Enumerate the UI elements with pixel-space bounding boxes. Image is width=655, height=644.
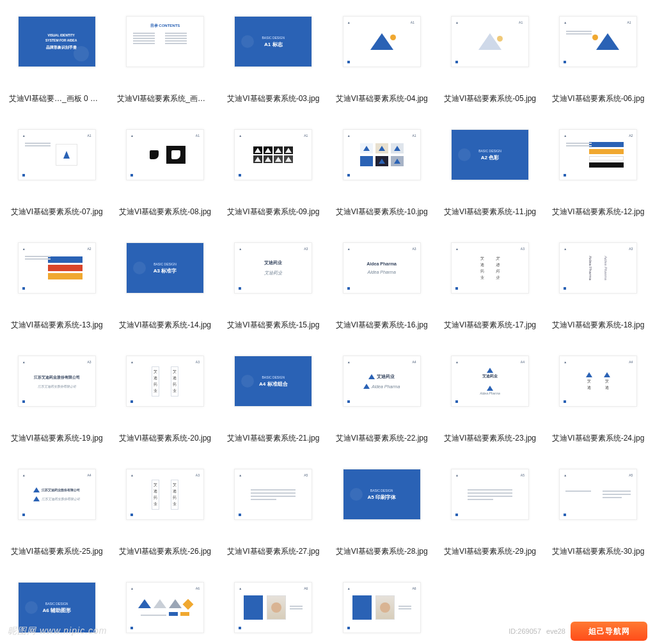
thumbnail-preview[interactable]: ▲A1 <box>338 122 425 187</box>
thumbnail-item[interactable]: ▲A6 艾迪VI基础要素系统-32.jpg <box>114 575 215 644</box>
thumbnail-preview[interactable]: ▲A5 <box>446 462 533 527</box>
thumbnail-filename: 艾迪VI基础要素系统-28.jpg <box>336 546 428 557</box>
thumbnail-item[interactable]: ▲A1 艾迪VI基础要素系统-07.jpg <box>6 122 107 217</box>
thumbnail-filename: 艾迪VI基础要素系统-06.jpg <box>552 93 644 104</box>
thumbnail-filename: 艾迪VI基础要素系统-27.jpg <box>227 546 319 557</box>
thumbnail-preview[interactable]: 目录 CONTENTS <box>122 9 209 74</box>
thumbnail-filename: 艾迪VI基础要素系统-07.jpg <box>11 207 103 217</box>
thumbnail-grid: VISUAL IDENTITY SYSTEM FOR AIDEA 品牌形象识别手… <box>0 0 655 644</box>
thumbnail-item[interactable]: ▲A5 艾迪VI基础要素系统-30.jpg <box>548 462 649 557</box>
thumbnail-filename: 艾迪VI基础要素系统-22.jpg <box>336 433 428 444</box>
thumbnail-filename: 艾迪VI基础要素系统-29.jpg <box>444 546 536 557</box>
thumbnail-item[interactable]: BASIC DESIGN A4 标准组合 艾迪VI基础要素系统-21.jpg <box>223 349 324 444</box>
thumbnail-preview[interactable]: BASIC DESIGN A2 色彩 <box>446 122 533 187</box>
thumbnail-item[interactable]: BASIC DESIGN A2 色彩 艾迪VI基础要素系统-11.jpg <box>439 122 540 217</box>
thumbnail-preview[interactable]: BASIC DESIGN A5 印刷字体 <box>338 462 425 527</box>
thumbnail-filename: 艾迪VI基础要素系统-20.jpg <box>119 433 211 444</box>
thumbnail-preview[interactable]: ▲A5 <box>230 462 317 527</box>
thumbnail-preview[interactable]: BASIC DESIGN A1 标志 <box>230 9 317 74</box>
thumbnail-preview[interactable]: ▲A4 江苏艾迪药业股份有限公司 江苏艾迪药业股份有限公司 <box>13 462 100 527</box>
thumbnail-item[interactable]: ▲A1 艾迪VI基础要素系统-05.jpg <box>439 9 540 104</box>
thumbnail-filename: 艾迪VI基础要素系统-30.jpg <box>552 546 644 557</box>
thumbnail-preview[interactable]: ▲A4 艾迪药业 Aidea Pharma <box>446 349 533 414</box>
thumbnail-preview[interactable]: ▲A6 <box>338 575 425 640</box>
thumbnail-preview[interactable]: ▲A3 艾迪药业 艾迪药业 <box>122 349 209 414</box>
thumbnail-preview[interactable]: ▲A1 <box>230 122 317 187</box>
thumbnail-filename: 艾迪VI基础要素系统-12.jpg <box>552 207 644 217</box>
thumbnail-preview[interactable]: ▲A3 艾迪药业艾迪药业 <box>230 235 317 301</box>
thumbnail-preview[interactable]: VISUAL IDENTITY SYSTEM FOR AIDEA 品牌形象识别手… <box>13 9 100 74</box>
thumbnail-item[interactable]: ▲A1 艾迪VI基础要素系统-09.jpg <box>223 122 324 217</box>
thumbnail-preview[interactable]: ▲A3 Aidea PharmaAidea Pharma <box>338 235 425 301</box>
thumbnail-filename: 艾迪VI基础要素系统-17.jpg <box>444 320 536 331</box>
thumbnail-preview[interactable]: ▲A2 <box>13 235 100 301</box>
thumbnail-preview[interactable]: BASIC DESIGN A6 辅助图形 <box>13 575 100 640</box>
thumbnail-filename: 艾迪VI基础要素系统-03.jpg <box>227 93 319 104</box>
thumbnail-filename: 艾迪VI基础要素系统-10.jpg <box>336 207 428 217</box>
thumbnail-preview[interactable]: ▲A1 <box>446 9 533 74</box>
thumbnail-filename: 艾迪VI基础要素系统-13.jpg <box>11 320 103 331</box>
thumbnail-item[interactable]: ▲A4 艾迪 艾迪 艾迪VI基础要素系统-24.jpg <box>548 349 649 444</box>
thumbnail-item[interactable]: ▲A3 艾迪药业 艾迪药业 艾迪VI基础要素系统-20.jpg <box>114 349 215 444</box>
thumbnail-item[interactable]: ▲A5 艾迪VI基础要素系统-29.jpg <box>439 462 540 557</box>
thumbnail-item[interactable]: ▲A3 艾迪药业 艾迪药业 艾迪VI基础要素系统-26.jpg <box>114 462 215 557</box>
thumbnail-item[interactable]: ▲A1 艾迪VI基础要素系统-08.jpg <box>114 122 215 217</box>
thumbnail-item[interactable]: ▲A1 艾迪VI基础要素系统-10.jpg <box>331 122 432 217</box>
thumbnail-item[interactable]: ▲A3 Aidea Pharma Aidea Pharma 艾迪VI基础要素系统… <box>548 235 649 331</box>
thumbnail-filename: 艾迪VI基础要…_画板 0 副本.jpg <box>9 93 105 104</box>
thumbnail-filename: 艾迪VI基础要素系统-04.jpg <box>336 93 428 104</box>
thumbnail-preview[interactable]: ▲A1 <box>555 9 642 74</box>
thumbnail-item[interactable]: ▲A4 艾迪药业 Aidea Pharma 艾迪VI基础要素系统-22.jpg <box>331 349 432 444</box>
thumbnail-filename: 艾迪VI基础要素系统-24.jpg <box>552 433 644 444</box>
thumbnail-item[interactable]: ▲A3 艾迪药业艾迪药业 艾迪VI基础要素系统-15.jpg <box>223 235 324 331</box>
thumbnail-item[interactable]: ▲A3 艾迪药业 艾迪药业 艾迪VI基础要素系统-17.jpg <box>439 235 540 331</box>
thumbnail-filename: 艾迪VI基础要素系统-11.jpg <box>444 207 536 217</box>
thumbnail-preview[interactable]: BASIC DESIGN A3 标准字 <box>122 235 209 301</box>
thumbnail-preview[interactable]: ▲A3 Aidea Pharma Aidea Pharma <box>555 235 642 301</box>
thumbnail-filename: 艾迪VI基础要素系统-09.jpg <box>227 207 319 217</box>
thumbnail-preview[interactable]: ▲A4 艾迪 艾迪 <box>555 349 642 414</box>
thumbnail-filename: 艾迪VI基础要素系统-21.jpg <box>227 433 319 444</box>
thumbnail-preview[interactable]: ▲A1 <box>13 122 100 187</box>
thumbnail-filename: 艾迪VI基础要素系统-08.jpg <box>119 207 211 217</box>
thumbnail-preview[interactable]: ▲A3 江苏艾迪药业股份有限公司江苏艾迪药业股份有限公司 <box>13 349 100 414</box>
thumbnail-filename: 艾迪VI基础要素系统-26.jpg <box>119 546 211 557</box>
thumbnail-item[interactable]: ▲A3 江苏艾迪药业股份有限公司江苏艾迪药业股份有限公司 艾迪VI基础要素系统-… <box>6 349 107 444</box>
thumbnail-filename: 艾迪VI基础要素系统-23.jpg <box>444 433 536 444</box>
thumbnail-preview[interactable]: ▲A3 艾迪药业 艾迪药业 <box>446 235 533 301</box>
thumbnail-preview[interactable]: ▲A1 <box>122 122 209 187</box>
thumbnail-filename: 艾迪VI基础要素系统_画板 1.jpg <box>117 93 213 104</box>
thumbnail-item[interactable]: ▲A6 艾迪VI基础要素系统-34.jpg <box>331 575 432 644</box>
thumbnail-preview[interactable]: ▲A4 艾迪药业 Aidea Pharma <box>338 349 425 414</box>
thumbnail-item[interactable]: ▲A6 艾迪VI基础要素系统-33.jpg <box>223 575 324 644</box>
thumbnail-preview[interactable]: ▲A1 <box>338 9 425 74</box>
thumbnail-item[interactable]: ▲A1 艾迪VI基础要素系统-04.jpg <box>331 9 432 104</box>
thumbnail-filename: 艾迪VI基础要素系统-14.jpg <box>119 320 211 331</box>
thumbnail-preview[interactable]: ▲A6 <box>230 575 317 640</box>
thumbnail-item[interactable]: ▲A2 艾迪VI基础要素系统-13.jpg <box>6 235 107 331</box>
thumbnail-item[interactable]: 目录 CONTENTS 艾迪VI基础要素系统_画板 1.jpg <box>114 9 215 104</box>
thumbnail-preview[interactable]: ▲A2 <box>555 122 642 187</box>
thumbnail-item[interactable]: ▲A5 艾迪VI基础要素系统-27.jpg <box>223 462 324 557</box>
thumbnail-item[interactable]: ▲A4 艾迪药业 Aidea Pharma 艾迪VI基础要素系统-23.jpg <box>439 349 540 444</box>
thumbnail-filename: 艾迪VI基础要素系统-19.jpg <box>11 433 103 444</box>
thumbnail-item[interactable]: ▲A2 艾迪VI基础要素系统-12.jpg <box>548 122 649 217</box>
thumbnail-item[interactable]: ▲A1 艾迪VI基础要素系统-06.jpg <box>548 9 649 104</box>
thumbnail-preview[interactable]: ▲A5 <box>555 462 642 527</box>
thumbnail-item[interactable]: BASIC DESIGN A1 标志 艾迪VI基础要素系统-03.jpg <box>223 9 324 104</box>
thumbnail-filename: 艾迪VI基础要素系统-16.jpg <box>336 320 428 331</box>
thumbnail-filename: 艾迪VI基础要素系统-05.jpg <box>444 93 536 104</box>
thumbnail-preview[interactable]: ▲A6 <box>122 575 209 640</box>
thumbnail-filename: 艾迪VI基础要素系统-18.jpg <box>552 320 644 331</box>
thumbnail-item[interactable]: BASIC DESIGN A6 辅助图形 艾迪VI基础要素系统-31.jpg <box>6 575 107 644</box>
thumbnail-filename: 艾迪VI基础要素系统-15.jpg <box>227 320 319 331</box>
thumbnail-item[interactable]: ▲A3 Aidea PharmaAidea Pharma 艾迪VI基础要素系统-… <box>331 235 432 331</box>
thumbnail-item[interactable]: ▲A4 江苏艾迪药业股份有限公司 江苏艾迪药业股份有限公司 艾迪VI基础要素系统… <box>6 462 107 557</box>
thumbnail-item[interactable]: BASIC DESIGN A5 印刷字体 艾迪VI基础要素系统-28.jpg <box>331 462 432 557</box>
thumbnail-preview[interactable]: BASIC DESIGN A4 标准组合 <box>230 349 317 414</box>
thumbnail-preview[interactable]: ▲A3 艾迪药业 艾迪药业 <box>122 462 209 527</box>
thumbnail-item[interactable]: VISUAL IDENTITY SYSTEM FOR AIDEA 品牌形象识别手… <box>6 9 107 104</box>
thumbnail-filename: 艾迪VI基础要素系统-25.jpg <box>11 546 103 557</box>
thumbnail-item[interactable]: BASIC DESIGN A3 标准字 艾迪VI基础要素系统-14.jpg <box>114 235 215 331</box>
